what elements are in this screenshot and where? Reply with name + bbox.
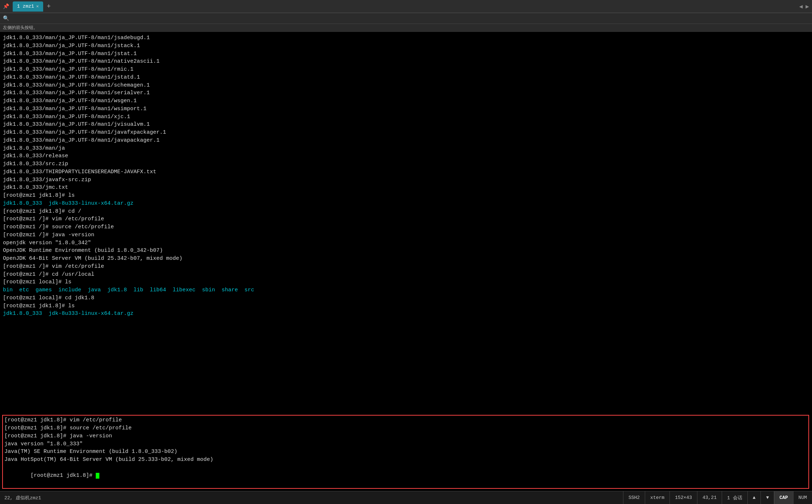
new-tab-button[interactable]: + <box>47 3 51 10</box>
terminal[interactable]: jdk1.8.0_333/man/ja_JP.UTF-8/man1/jsadeb… <box>0 32 812 491</box>
nav-left-icon[interactable]: ◀ <box>799 3 803 10</box>
terminal-line: jdk1.8.0_333/man/ja_JP.UTF-8/man1/wsgen.… <box>3 97 809 105</box>
status-ssh2: SSH2 <box>623 491 645 504</box>
pin-icon: 📌 <box>3 3 9 9</box>
terminal-line: jdk1.8.0_333/src.zip <box>3 160 809 168</box>
ls-result-line: jdk1.8.0_333 jdk-8u333-linux-x64.tar.gz <box>3 200 809 208</box>
openjdk-version-line: openjdk version "1.8.0_342" <box>3 239 809 247</box>
hint-bar: 左侧的箭头按钮。 <box>0 24 812 32</box>
terminal-line: jdk1.8.0_333/man/ja_JP.UTF-8/man1/xjc.1 <box>3 113 809 121</box>
highlight-box: [root@zmz1 jdk1.8]# vim /etc/profile [ro… <box>2 415 809 489</box>
terminal-line: jdk1.8.0_333/man/ja_JP.UTF-8/man1/jstatd… <box>3 74 809 82</box>
status-position: 43,21 <box>697 491 722 504</box>
terminal-line: jdk1.8.0_333/release <box>3 152 809 160</box>
java-version-cmd1-line: [root@zmz1 /]# java -version <box>3 231 809 239</box>
hint-text: 左侧的箭头按钮。 <box>3 25 38 30</box>
tab-close-button[interactable]: ✕ <box>36 4 39 9</box>
vim-profile2-line: [root@zmz1 /]# vim /etc/profile <box>3 263 809 271</box>
status-dimensions: 152×43 <box>669 491 697 504</box>
status-info: 22, 虚似机zmz1 <box>4 495 41 501</box>
terminal-line: jdk1.8.0_333/man/ja_JP.UTF-8/man1/serial… <box>3 89 809 97</box>
tab-zmz1[interactable]: 1 zmz1 ✕ <box>13 1 43 12</box>
cursor <box>96 473 99 479</box>
terminal-line: jdk1.8.0_333/jmc.txt <box>3 184 809 192</box>
status-right: SSH2 xterm 152×43 43,21 1 会话 ▲ ▼ CAP NUM <box>623 491 812 504</box>
highlight-line6: Java HotSpot(TM) 64-Bit Server VM (build… <box>4 456 807 464</box>
terminal-line: jdk1.8.0_333/man/ja_JP.UTF-8/man1/javapa… <box>3 137 809 145</box>
titlebar-nav: ◀ ▶ <box>799 3 809 10</box>
nav-right-icon[interactable]: ▶ <box>805 3 809 10</box>
tab-label: 1 zmz1 <box>17 4 34 9</box>
cd-local-line: [root@zmz1 /]# cd /usr/local <box>3 271 809 279</box>
highlight-line3: [root@zmz1 jdk1.8]# java -version <box>4 432 807 440</box>
highlight-line5: Java(TM) SE Runtime Environment (build 1… <box>4 448 807 456</box>
terminal-line: jdk1.8.0_333/man/ja_JP.UTF-8/man1/jsadeb… <box>3 34 809 42</box>
cd-jdk18-line: [root@zmz1 local]# cd jdk1.8 <box>3 294 809 302</box>
terminal-line: jdk1.8.0_333/man/ja <box>3 145 809 153</box>
status-scroll-down[interactable]: ▼ <box>761 491 774 504</box>
terminal-line: jdk1.8.0_333/man/ja_JP.UTF-8/man1/schema… <box>3 82 809 89</box>
titlebar: 📌 1 zmz1 ✕ + ◀ ▶ <box>0 0 812 13</box>
toolbar: 🔍 <box>0 13 812 24</box>
terminal-line: jdk1.8.0_333/man/ja_JP.UTF-8/man1/jstat.… <box>3 50 809 58</box>
status-scroll-up[interactable]: ▲ <box>747 491 761 504</box>
terminal-line: jdk1.8.0_333/man/ja_JP.UTF-8/man1/javafx… <box>3 129 809 137</box>
terminal-line: jdk1.8.0_333/man/ja_JP.UTF-8/man1/jstack… <box>3 42 809 50</box>
local-ls-cmd-line: [root@zmz1 local]# ls <box>3 278 809 286</box>
terminal-line: jdk1.8.0_333/man/ja_JP.UTF-8/man1/rmic.1 <box>3 66 809 74</box>
status-num: NUM <box>793 491 812 504</box>
statusbar: 22, 虚似机zmz1 SSH2 xterm 152×43 43,21 1 会话… <box>0 491 812 504</box>
terminal-line: jdk1.8.0_333/THIRDPARTYLICENSEREADME-JAV… <box>3 168 809 176</box>
highlight-inner: [root@zmz1 jdk1.8]# vim /etc/profile [ro… <box>3 416 808 488</box>
highlight-line4: java version "1.8.0_333" <box>4 440 807 448</box>
openjdk-vm-line: OpenJDK 64-Bit Server VM (build 25.342-b… <box>3 255 809 263</box>
status-xterm: xterm <box>645 491 669 504</box>
local-ls-result-line: bin etc games include java jdk1.8 lib li… <box>3 286 809 294</box>
terminal-line: jdk1.8.0_333/javafx-src.zip <box>3 176 809 184</box>
terminal-line: jdk1.8.0_333/man/ja_JP.UTF-8/man1/native… <box>3 58 809 66</box>
jdk18-ls-result-line: jdk1.8.0_333 jdk-8u333-linux-x64.tar.gz <box>3 310 809 318</box>
vim-profile1-line: [root@zmz1 /]# vim /etc/profile <box>3 215 809 223</box>
source-profile1-line: [root@zmz1 /]# source /etc/profile <box>3 223 809 231</box>
status-cap: CAP <box>774 491 793 504</box>
status-left: 22, 虚似机zmz1 <box>0 495 623 501</box>
highlight-prompt-line: [root@zmz1 jdk1.8]# <box>4 464 807 487</box>
terminal-line: jdk1.8.0_333/man/ja_JP.UTF-8/man1/jvisua… <box>3 121 809 129</box>
terminal-line: jdk1.8.0_333/man/ja_JP.UTF-8/man1/wsimpo… <box>3 105 809 113</box>
status-sessions: 1 会话 <box>722 491 747 504</box>
highlight-line2: [root@zmz1 jdk1.8]# source /etc/profile <box>4 424 807 432</box>
search-icon[interactable]: 🔍 <box>3 15 9 21</box>
cd-slash-line: [root@zmz1 jdk1.8]# cd / <box>3 208 809 216</box>
openjdk-runtime-line: OpenJDK Runtime Environment (build 1.8.0… <box>3 247 809 255</box>
highlight-line1: [root@zmz1 jdk1.8]# vim /etc/profile <box>4 416 807 424</box>
ls-cmd-line: [root@zmz1 jdk1.8]# ls <box>3 192 809 200</box>
jdk18-ls-cmd-line: [root@zmz1 jdk1.8]# ls <box>3 302 809 310</box>
